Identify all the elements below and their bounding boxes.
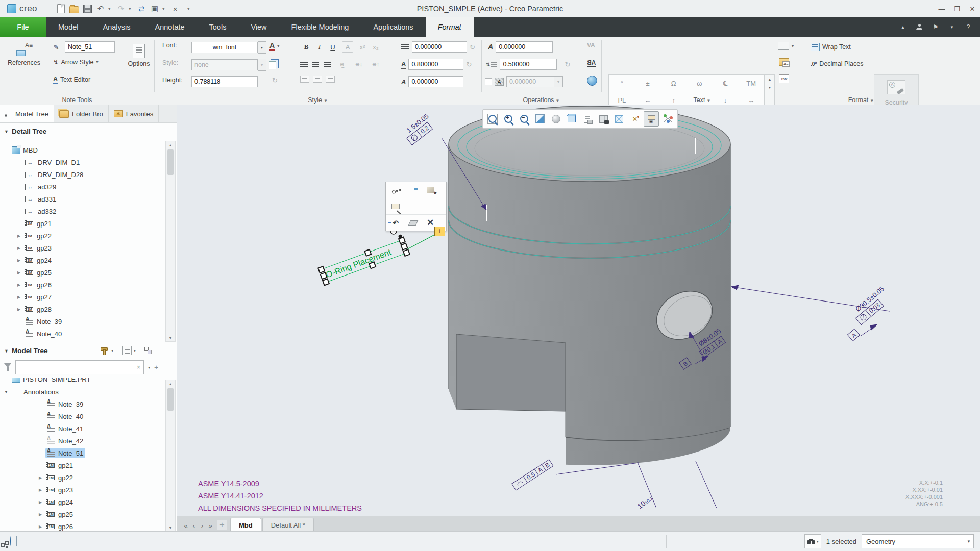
detail-tree-item[interactable]: DRV_DIM_D28 [0, 168, 164, 181]
align-right-button[interactable] [324, 62, 331, 67]
symbol-button[interactable]: ± [635, 75, 661, 92]
model-tree-item[interactable]: Annotations [0, 386, 164, 398]
box-align-middle-button[interactable] [313, 76, 322, 83]
collapse-model-tree-icon[interactable]: ▼ [4, 348, 9, 354]
model-tree-item[interactable]: gp22 [0, 471, 164, 484]
angle-field[interactable]: 0.000000 [496, 41, 553, 53]
prev-view-button[interactable]: ‹ [190, 522, 198, 530]
copy-format-button[interactable] [271, 59, 279, 68]
rename-note-icon[interactable]: ✎ [50, 41, 62, 53]
symbol-button[interactable]: TM [738, 75, 764, 92]
model-tree-item[interactable]: PISTON_SIMPLE.PRT [0, 378, 164, 386]
kerning-button[interactable]: VA [587, 42, 595, 49]
note-line[interactable]: ASME Y14.41-2012 [198, 492, 362, 500]
references-button[interactable]: References [4, 44, 44, 66]
text-color-dropdown[interactable]: ▾ [277, 44, 279, 48]
more-commands-dropdown[interactable]: ▾ [947, 22, 957, 32]
model-tree-item[interactable]: gp21 [0, 459, 164, 471]
selection-filter-combo[interactable]: Geometry ▾ [862, 534, 974, 548]
browser-button[interactable] [10, 537, 11, 546]
hyperlink-button[interactable] [587, 76, 597, 86]
wrap-text-button[interactable]: Wrap Text [811, 43, 851, 51]
model-tree-item[interactable]: gp23 [0, 484, 164, 496]
arrow-style-button[interactable]: ↯ Arrow Style ▾ [53, 58, 98, 66]
slant-field[interactable]: 0.000000 [408, 76, 463, 87]
save-button[interactable] [82, 3, 93, 14]
bold-button[interactable]: B [300, 41, 312, 53]
model-tree-scrollbar[interactable]: ▲ ▼ [165, 380, 176, 532]
expander-icon[interactable] [17, 307, 24, 312]
model-tree-item[interactable]: gp26 [0, 520, 164, 532]
ribbon-tab[interactable]: Applications [361, 17, 425, 37]
expander-icon[interactable] [39, 500, 45, 505]
tree-filters-dropdown[interactable]: ▾ [134, 348, 136, 353]
sketch-button[interactable] [16, 537, 17, 546]
textbox-style-button[interactable]: ▾ [778, 42, 794, 50]
search-add-button[interactable]: + [154, 363, 158, 371]
open-file-button[interactable] [68, 3, 80, 14]
ribbon-tab[interactable]: Annotate [143, 17, 197, 37]
symbol-button[interactable]: Ω [660, 75, 687, 92]
ribbon-tab[interactable]: View [238, 17, 279, 37]
tab-model-tree[interactable]: Model Tree [0, 105, 54, 122]
width-field[interactable]: 0.800000 [408, 59, 463, 70]
decimal-places-button[interactable]: .0⁰ Decimal Places [811, 60, 864, 67]
refit-button[interactable] [485, 112, 500, 126]
subscript-button[interactable]: x₂ [370, 41, 382, 53]
detail-tree-item[interactable]: gp26 [0, 279, 164, 291]
ribbon-tab[interactable]: Model [46, 17, 91, 37]
tree-filters-icon[interactable] [122, 346, 132, 355]
expander-icon[interactable] [4, 390, 11, 394]
detail-tree-item[interactable]: gp23 [0, 242, 164, 254]
expander-icon[interactable] [17, 283, 24, 287]
model-tree-item[interactable]: Note_51 [0, 447, 164, 459]
align-center-button[interactable] [312, 62, 319, 67]
note-leader-button[interactable] [388, 200, 403, 213]
model-tree-item[interactable]: Note_40 [0, 410, 164, 422]
line-spacing-field[interactable]: 0.500000 [500, 59, 557, 70]
new-file-button[interactable] [55, 3, 66, 14]
capture-button[interactable] [596, 112, 610, 126]
ribbon-tab[interactable]: Format [426, 17, 474, 37]
text-color-button[interactable]: A ▾ [270, 42, 279, 51]
minimize-button[interactable]: — [934, 2, 949, 15]
symbol-button[interactable]: ℄ [713, 75, 739, 92]
detail-tree-scrollbar[interactable]: ▲ ▼ [165, 141, 176, 342]
display-style-button[interactable] [549, 112, 563, 126]
zoom-out-button[interactable]: − [517, 112, 531, 126]
expander-icon[interactable] [17, 246, 24, 251]
attach-button[interactable] [423, 184, 438, 197]
repaint-button[interactable] [533, 112, 547, 126]
graphics-area[interactable]: + − ↶ ✕ [177, 105, 980, 516]
height-field[interactable]: 0.788118 [191, 76, 258, 87]
model-tree-item[interactable]: Note_39 [0, 398, 164, 410]
undo-dropdown[interactable]: ▾ [108, 6, 113, 11]
options-button[interactable]: Options [126, 44, 152, 67]
align-left-button[interactable] [300, 62, 308, 67]
cutout-inner-face[interactable] [456, 334, 566, 411]
tree-tools-icon[interactable] [100, 346, 109, 355]
search-tool-button[interactable]: ▾ [804, 534, 821, 548]
leader-button[interactable] [388, 184, 403, 197]
height-refresh-button[interactable]: ↻ [272, 77, 278, 84]
maximize-button[interactable]: ❒ [949, 2, 965, 15]
spacing-field[interactable]: 0.000000 [412, 41, 467, 53]
text-editor-button[interactable]: A Text Editor [53, 76, 90, 84]
view-tab[interactable]: Default All * [262, 518, 314, 532]
detail-tree-item[interactable]: DRV_DIM_D1 [0, 156, 164, 168]
font-combo[interactable]: win_font ▾ [191, 41, 266, 54]
spacing-refresh-button[interactable]: ↻ [470, 43, 475, 51]
annotation-display-button[interactable] [644, 111, 659, 127]
detail-tree-item[interactable]: gp25 [0, 266, 164, 279]
minimize-ribbon-icon[interactable]: ▴ [898, 22, 908, 32]
collapse-detail-tree-icon[interactable]: ▼ [4, 129, 9, 134]
detail-tree-header[interactable]: ▼ Detail Tree [0, 128, 177, 135]
font-combo-dropdown[interactable]: ▾ [258, 41, 266, 54]
box-align-top-button[interactable] [300, 76, 309, 83]
detail-tree-item[interactable]: gp27 [0, 291, 164, 303]
detail-tree-item[interactable]: gp28 [0, 303, 164, 315]
italic-button[interactable]: I [313, 41, 326, 53]
customize-qat-dropdown[interactable]: ▾ [183, 6, 197, 11]
tree-settings-icon[interactable] [144, 346, 152, 355]
line-spacing-refresh-button[interactable]: ↻ [565, 61, 570, 68]
